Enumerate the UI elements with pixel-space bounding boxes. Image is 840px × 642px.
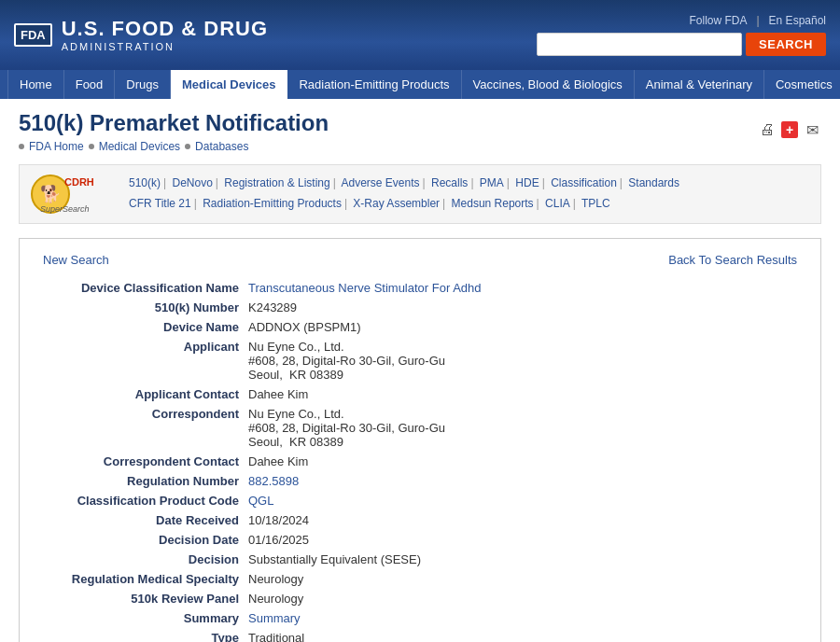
- print-icon[interactable]: 🖨: [758, 121, 777, 138]
- breadcrumb-fda-home[interactable]: FDA Home: [29, 140, 84, 153]
- search-button[interactable]: SEARCH: [746, 33, 826, 56]
- label-product-code: Classification Product Code: [43, 494, 248, 508]
- breadcrumb: FDA Home Medical Devices Databases: [19, 140, 329, 153]
- label-decision: Decision: [43, 552, 248, 566]
- cdrh-link-hde[interactable]: HDE: [515, 176, 539, 189]
- value-correspondent-contact: Dahee Kim: [248, 454, 797, 468]
- header-links: Follow FDA | En Español: [689, 14, 826, 27]
- cdrh-link-cfr21[interactable]: CFR Title 21: [129, 197, 191, 210]
- header-right: Follow FDA | En Español SEARCH: [537, 14, 826, 56]
- search-bar: SEARCH: [537, 33, 826, 56]
- label-review-panel: 510k Review Panel: [43, 592, 248, 606]
- cdrh-link-pma[interactable]: PMA: [480, 176, 504, 189]
- cdrh-logo: 🐕 CDRH SuperSearch: [31, 171, 115, 217]
- nav-medical-devices[interactable]: Medical Devices: [171, 70, 287, 99]
- agency-bottom-line: ADMINISTRATION: [62, 41, 268, 53]
- nav-vaccines[interactable]: Vaccines, Blood & Biologics: [462, 70, 635, 99]
- value-summary: Summary: [248, 611, 797, 625]
- value-device-class: Transcutaneous Nerve Stimulator For Adhd: [248, 281, 797, 295]
- label-510k-number: 510(k) Number: [43, 300, 248, 314]
- detail-row-decision-date: Decision Date 01/16/2025: [43, 533, 797, 547]
- breadcrumb-dot-1: [19, 144, 24, 149]
- detail-row-reg-specialty: Regulation Medical Specialty Neurology: [43, 572, 797, 586]
- product-code-link[interactable]: QGL: [248, 494, 273, 508]
- device-class-link[interactable]: Transcutaneous Nerve Stimulator For Adhd: [248, 281, 482, 295]
- label-summary: Summary: [43, 611, 248, 625]
- label-regulation-number: Regulation Number: [43, 474, 248, 488]
- cdrh-link-adverse[interactable]: Adverse Events: [342, 176, 420, 189]
- follow-fda-link[interactable]: Follow FDA: [689, 14, 747, 27]
- detail-panel: New Search Back To Search Results Device…: [19, 238, 821, 642]
- back-to-results-link[interactable]: Back To Search Results: [668, 253, 797, 267]
- add-icon[interactable]: +: [781, 121, 798, 138]
- fda-badge: FDA: [14, 23, 52, 47]
- value-date-received: 10/18/2024: [248, 513, 797, 527]
- detail-row-applicant: Applicant Nu Eyne Co., Ltd. #608, 28, Di…: [43, 340, 797, 382]
- cdrh-link-classification[interactable]: Classification: [551, 176, 617, 189]
- value-regulation-number: 882.5898: [248, 474, 797, 488]
- breadcrumb-dot-3: [185, 144, 190, 149]
- detail-row-review-panel: 510k Review Panel Neurology: [43, 592, 797, 606]
- nav-animal[interactable]: Animal & Veterinary: [635, 70, 764, 99]
- cdrh-link-510k[interactable]: 510(k): [129, 176, 161, 189]
- nav-drugs[interactable]: Drugs: [115, 70, 171, 99]
- summary-link[interactable]: Summary: [248, 611, 301, 625]
- cdrh-link-radiation[interactable]: Radiation-Emitting Products: [203, 197, 342, 210]
- label-correspondent: Correspondent: [43, 407, 248, 421]
- logo-area: FDA U.S. FOOD & DRUG ADMINISTRATION: [14, 17, 268, 54]
- value-applicant: Nu Eyne Co., Ltd. #608, 28, Digital-Ro 3…: [248, 340, 797, 382]
- agency-name: U.S. FOOD & DRUG ADMINISTRATION: [62, 17, 268, 54]
- label-type: Type: [43, 631, 248, 642]
- cdrh-link-recalls[interactable]: Recalls: [431, 176, 468, 189]
- regulation-number-link[interactable]: 882.5898: [248, 474, 299, 488]
- detail-row-device-class: Device Classification Name Transcutaneou…: [43, 281, 797, 295]
- panel-header: New Search Back To Search Results: [43, 253, 797, 267]
- value-reg-specialty: Neurology: [248, 572, 797, 586]
- supersearch-text: SuperSearch: [40, 204, 90, 214]
- cdrh-link-clia[interactable]: CLIA: [545, 197, 570, 210]
- cdrh-link-tplc[interactable]: TPLC: [581, 197, 610, 210]
- cdrh-links-row2: CFR Title 21| Radiation-Emitting Product…: [129, 194, 679, 215]
- label-device-name: Device Name: [43, 320, 248, 334]
- label-date-received: Date Received: [43, 513, 248, 527]
- cdrh-link-standards[interactable]: Standards: [628, 176, 679, 189]
- detail-row-device-name: Device Name ADDNOX (BPSPM1): [43, 320, 797, 334]
- email-icon[interactable]: ✉: [803, 121, 821, 138]
- nav-cosmetics[interactable]: Cosmetics: [764, 70, 840, 99]
- cdrh-link-medsun[interactable]: Medsun Reports: [452, 197, 534, 210]
- value-decision-date: 01/16/2025: [248, 533, 797, 547]
- breadcrumb-databases[interactable]: Databases: [195, 140, 248, 153]
- new-search-link[interactable]: New Search: [43, 253, 109, 267]
- value-510k-number: K243289: [248, 300, 797, 314]
- value-decision: Substantially Equivalent (SESE): [248, 552, 797, 566]
- breadcrumb-medical-devices[interactable]: Medical Devices: [99, 140, 180, 153]
- value-applicant-contact: Dahee Kim: [248, 387, 797, 401]
- nav-home[interactable]: Home: [7, 70, 64, 99]
- detail-row-type: Type Traditional: [43, 631, 797, 642]
- detail-row-date-received: Date Received 10/18/2024: [43, 513, 797, 527]
- agency-top-line: U.S. FOOD & DRUG: [62, 17, 268, 41]
- detail-row-summary: Summary Summary: [43, 611, 797, 625]
- nav-radiation[interactable]: Radiation-Emitting Products: [287, 70, 461, 99]
- search-input[interactable]: [537, 33, 742, 56]
- label-correspondent-contact: Correspondent Contact: [43, 454, 248, 468]
- nav-food[interactable]: Food: [64, 70, 116, 99]
- cdrh-text: CDRH: [64, 176, 94, 188]
- detail-row-correspondent-contact: Correspondent Contact Dahee Kim: [43, 454, 797, 468]
- detail-row-510k-number: 510(k) Number K243289: [43, 300, 797, 314]
- en-espanol-link[interactable]: En Español: [769, 14, 826, 27]
- label-applicant-contact: Applicant Contact: [43, 387, 248, 401]
- value-product-code: QGL: [248, 494, 797, 508]
- label-reg-specialty: Regulation Medical Specialty: [43, 572, 248, 586]
- breadcrumb-dot-2: [89, 144, 94, 149]
- header-divider: |: [756, 14, 759, 27]
- detail-row-correspondent: Correspondent Nu Eyne Co., Ltd. #608, 28…: [43, 407, 797, 449]
- cdrh-link-xray[interactable]: X-Ray Assembler: [353, 197, 440, 210]
- site-header: FDA U.S. FOOD & DRUG ADMINISTRATION Foll…: [0, 0, 840, 70]
- value-review-panel: Neurology: [248, 592, 797, 606]
- cdrh-link-reg-listing[interactable]: Registration & Listing: [224, 176, 329, 189]
- value-correspondent: Nu Eyne Co., Ltd. #608, 28, Digital-Ro 3…: [248, 407, 797, 449]
- cdrh-link-denovo[interactable]: DeNovo: [172, 176, 212, 189]
- detail-row-applicant-contact: Applicant Contact Dahee Kim: [43, 387, 797, 401]
- label-decision-date: Decision Date: [43, 533, 248, 547]
